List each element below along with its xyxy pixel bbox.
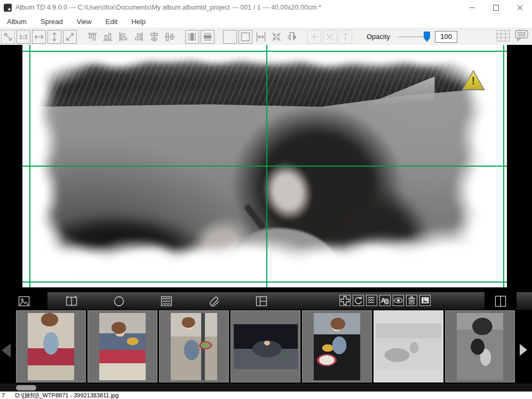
- fit-selection-button[interactable]: [1, 30, 15, 44]
- photo-item[interactable]: !: [35, 56, 496, 274]
- maximize-button[interactable]: [484, 0, 508, 15]
- center-horizontal-axis-button[interactable]: [163, 30, 177, 44]
- strip-tools: AB: [339, 295, 431, 306]
- thumbnail-image: [171, 313, 217, 380]
- opacity-input[interactable]: [435, 31, 457, 43]
- plus-thick-icon: [340, 295, 350, 306]
- stretch-vertical-button[interactable]: [47, 30, 61, 44]
- add-item-button[interactable]: [307, 30, 321, 44]
- square-icon: [224, 31, 236, 43]
- filmstrip-scrollbar[interactable]: [0, 384, 532, 392]
- columns-icon: [494, 294, 507, 308]
- add-photo-button[interactable]: [339, 295, 351, 306]
- opacity-group: Opacity: [367, 31, 457, 43]
- tab-photos[interactable]: [0, 292, 47, 310]
- tab-shapes[interactable]: [95, 292, 142, 310]
- align-bottom-icon: [102, 31, 114, 43]
- tab-masks[interactable]: [142, 292, 190, 310]
- status-index: 7: [2, 392, 5, 398]
- center-vertical-axis-button[interactable]: [147, 30, 161, 44]
- grid-icon[interactable]: [496, 30, 510, 44]
- opacity-slider[interactable]: [397, 31, 430, 43]
- opacity-slider-thumb[interactable]: [424, 32, 430, 42]
- tab-spreads[interactable]: [47, 292, 95, 310]
- zoom-1-1-button[interactable]: 1:1: [17, 30, 30, 44]
- window-title: Album TD 4.9.0.0 --- C:\Users\fox\Docume…: [15, 4, 321, 11]
- panel-tabs: [0, 292, 285, 310]
- scroll-left-arrow[interactable]: [2, 343, 11, 357]
- center-horizontal-axis-icon: [164, 31, 176, 43]
- comment-icon[interactable]: [515, 30, 528, 44]
- mirror-button[interactable]: [285, 30, 299, 44]
- rotate-icon: [353, 295, 363, 306]
- page-center-horizontal-button[interactable]: [185, 30, 199, 44]
- thumbnail-3[interactable]: [159, 310, 229, 382]
- rename-button[interactable]: AB: [379, 295, 391, 306]
- menu-bar: AlbumSpreadViewEditHelp: [0, 15, 532, 28]
- delete-item-button[interactable]: [323, 30, 337, 44]
- menu-item-view[interactable]: View: [70, 16, 99, 27]
- frame-square-button[interactable]: [223, 30, 237, 44]
- thumbnail-image: [28, 313, 74, 380]
- texture-button[interactable]: [366, 295, 377, 306]
- page-center-vertical-button[interactable]: [201, 30, 215, 44]
- arrow-vertical-icon: [49, 31, 60, 43]
- minimize-button[interactable]: [460, 0, 484, 15]
- align-left-button[interactable]: [116, 30, 130, 44]
- opacity-label: Opacity: [367, 33, 390, 41]
- stretch-horizontal-button[interactable]: [32, 30, 46, 44]
- scroll-right-arrow[interactable]: [520, 344, 527, 356]
- align-bottom-button[interactable]: [101, 30, 115, 44]
- close-icon: [517, 5, 523, 11]
- filmstrip-scrollbar-thumb[interactable]: [16, 385, 36, 390]
- thumbnail-5[interactable]: [302, 310, 372, 382]
- close-button[interactable]: [508, 0, 532, 15]
- fit-width-button[interactable]: [254, 30, 268, 44]
- thumbnail-1[interactable]: [16, 310, 86, 382]
- frame-margins-button[interactable]: [239, 30, 252, 44]
- align-right-icon: [133, 31, 145, 43]
- cross-icon: [324, 31, 336, 43]
- align-left-icon: [117, 31, 129, 43]
- maximize-icon: [493, 5, 499, 11]
- thumbnail-2[interactable]: [88, 310, 157, 382]
- thumbnail-list: [16, 310, 515, 382]
- tab-cliparts[interactable]: [190, 292, 237, 310]
- thumbnail-7[interactable]: [445, 310, 515, 382]
- rotate-button[interactable]: [353, 295, 364, 306]
- thumbnail-6-selected[interactable]: [374, 310, 443, 382]
- book-icon: [65, 294, 78, 308]
- text-item-button[interactable]: [338, 30, 352, 44]
- ab-icon: B: [385, 299, 390, 305]
- tab-panel-columns[interactable]: [485, 292, 517, 310]
- stretch-diagonal-button[interactable]: [63, 30, 77, 44]
- photo-info-button[interactable]: [419, 295, 431, 306]
- fit-inside-button[interactable]: [269, 30, 283, 44]
- visibility-button[interactable]: [393, 295, 404, 306]
- thumbnail-image: [376, 323, 441, 370]
- filmstrip: [0, 310, 532, 384]
- guide-center-horizontal: [22, 166, 507, 167]
- mirror-icon: [286, 31, 298, 43]
- align-right-button[interactable]: [132, 30, 146, 44]
- warning-icon: !: [462, 70, 485, 90]
- thumbnail-image: [234, 324, 298, 369]
- frame-mask-blobs: [35, 56, 496, 274]
- menu-item-help[interactable]: Help: [124, 16, 153, 27]
- menu-item-spread[interactable]: Spread: [34, 16, 70, 27]
- menu-item-edit[interactable]: Edit: [99, 16, 124, 27]
- photos-icon: [17, 294, 31, 308]
- thumbnail-image: [99, 313, 146, 380]
- status-bar: 7 D:\[旅拍]\_WTP8871 - 39921383811.jpg: [0, 392, 532, 399]
- delete-photo-button[interactable]: [406, 295, 417, 306]
- eye-icon: [393, 295, 403, 306]
- trash-icon: [407, 295, 417, 306]
- toolbar-right: [496, 30, 528, 44]
- page-center-horizontal-icon: [186, 31, 198, 43]
- thumbnail-4[interactable]: [231, 310, 300, 382]
- canvas[interactable]: !: [0, 45, 532, 292]
- tab-layouts[interactable]: [237, 292, 285, 310]
- menu-item-album[interactable]: Album: [0, 16, 34, 27]
- align-top-button[interactable]: [85, 30, 99, 44]
- spread-page[interactable]: !: [22, 45, 507, 287]
